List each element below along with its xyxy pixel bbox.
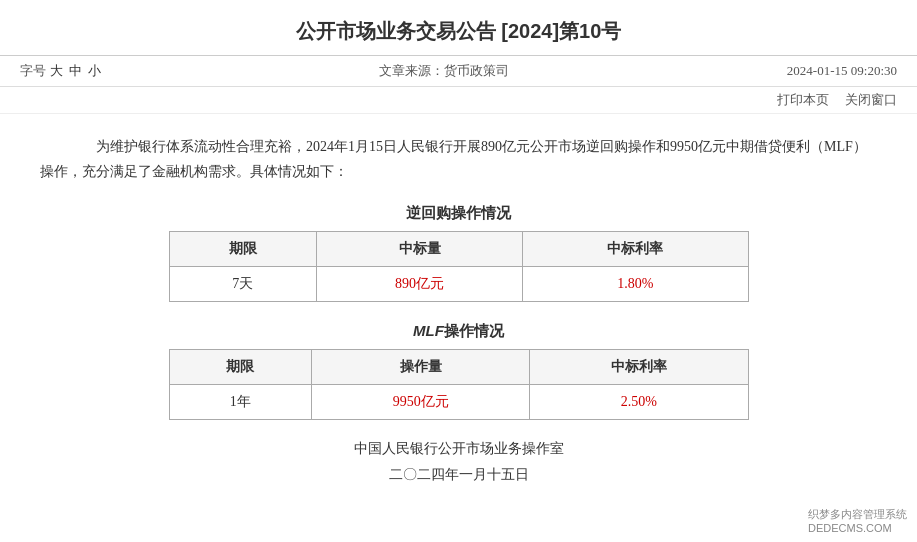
close-link[interactable]: 关闭窗口	[845, 91, 897, 109]
mlf-col-term: 期限	[169, 350, 312, 385]
source-label: 文章来源：货币政策司	[101, 62, 787, 80]
mlf-col-amount: 操作量	[312, 350, 530, 385]
mlf-table: 期限 操作量 中标利率 1年 9950亿元 2.50%	[169, 349, 749, 420]
intro-paragraph: 为维护银行体系流动性合理充裕，2024年1月15日人民银行开展890亿元公开市场…	[40, 134, 877, 184]
watermark-line2: DEDECMS.COM	[808, 522, 907, 534]
watermark: 织梦多内容管理系统 DEDECMS.COM	[808, 507, 907, 534]
publish-datetime: 2024-01-15 09:20:30	[787, 63, 897, 79]
toolbar: 字号 大 中 小 文章来源：货币政策司 2024-01-15 09:20:30	[0, 56, 917, 87]
repo-header-row: 期限 中标量 中标利率	[169, 232, 748, 267]
repo-table: 期限 中标量 中标利率 7天 890亿元 1.80%	[169, 231, 749, 302]
mlf-col-rate: 中标利率	[530, 350, 748, 385]
font-small-btn[interactable]: 小	[88, 62, 101, 80]
font-size-controls[interactable]: 大 中 小	[50, 62, 101, 80]
watermark-line1: 织梦多内容管理系统	[808, 507, 907, 522]
repo-col-rate: 中标利率	[523, 232, 748, 267]
repo-col-term: 期限	[169, 232, 317, 267]
repo-col-amount: 中标量	[317, 232, 523, 267]
mlf-row-amount: 9950亿元	[312, 385, 530, 420]
font-large-btn[interactable]: 大	[50, 62, 63, 80]
repo-section-title: 逆回购操作情况	[40, 204, 877, 223]
page-header: 公开市场业务交易公告 [2024]第10号	[0, 0, 917, 56]
mlf-title-suffix: 操作情况	[444, 322, 504, 339]
mlf-table-header: 期限 操作量 中标利率	[169, 350, 748, 385]
print-link[interactable]: 打印本页	[777, 91, 829, 109]
repo-row-term: 7天	[169, 267, 317, 302]
table-row: 1年 9950亿元 2.50%	[169, 385, 748, 420]
repo-table-body: 7天 890亿元 1.80%	[169, 267, 748, 302]
page-title: 公开市场业务交易公告 [2024]第10号	[0, 18, 917, 45]
font-medium-btn[interactable]: 中	[69, 62, 82, 80]
main-content: 为维护银行体系流动性合理充裕，2024年1月15日人民银行开展890亿元公开市场…	[0, 114, 917, 514]
repo-row-rate: 1.80%	[523, 267, 748, 302]
mlf-header-row: 期限 操作量 中标利率	[169, 350, 748, 385]
mlf-row-rate: 2.50%	[530, 385, 748, 420]
font-size-label: 字号	[20, 62, 46, 80]
mlf-table-body: 1年 9950亿元 2.50%	[169, 385, 748, 420]
repo-row-amount: 890亿元	[317, 267, 523, 302]
footer-date: 二〇二四年一月十五日	[40, 466, 877, 484]
mlf-section-title: MLF操作情况	[40, 322, 877, 341]
action-bar: 打印本页 关闭窗口	[0, 87, 917, 114]
table-row: 7天 890亿元 1.80%	[169, 267, 748, 302]
repo-table-header: 期限 中标量 中标利率	[169, 232, 748, 267]
mlf-title-prefix: MLF	[413, 322, 444, 339]
mlf-row-term: 1年	[169, 385, 312, 420]
footer-org: 中国人民银行公开市场业务操作室	[40, 440, 877, 458]
